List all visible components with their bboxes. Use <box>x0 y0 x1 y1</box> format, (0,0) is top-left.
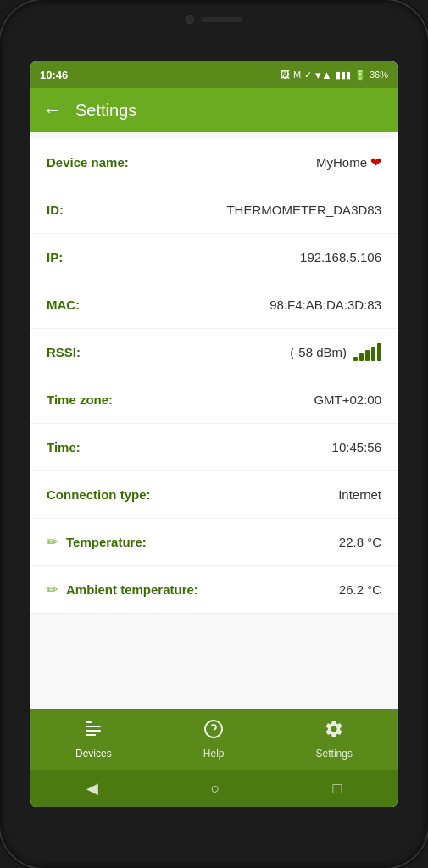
value-device-name: MyHome ❤ <box>316 154 381 170</box>
settings-content: Device name: MyHome ❤ ID: THERMOMETER_DA… <box>30 132 398 709</box>
row-mac: MAC: 98:F4:AB:DA:3D:83 <box>30 281 398 329</box>
signal-bar-1 <box>353 357 358 361</box>
value-id: THERMOMETER_DA3D83 <box>226 203 381 217</box>
phone-top-decoration <box>186 15 243 24</box>
row-ip: IP: 192.168.5.106 <box>30 234 398 281</box>
row-timezone: Time zone: GMT+02:00 <box>30 376 398 424</box>
value-ambient-temperature: 26.2 °C <box>339 582 381 597</box>
back-button[interactable]: ← <box>43 99 62 121</box>
ambient-label-container: ✏ Ambient temperature: <box>47 581 198 598</box>
phone-device: 10:46 🖼 M ✓ ▾▲ ▮▮▮ 🔋 36% ← Settings Devi… <box>0 0 428 868</box>
signal-bar-3 <box>365 350 370 361</box>
heart-icon: ❤ <box>370 154 381 170</box>
row-temperature[interactable]: ✏ Temperature: 22.8 °C <box>30 519 398 566</box>
label-rssi: RSSI: <box>47 345 81 359</box>
temperature-label-container: ✏ Temperature: <box>47 534 147 550</box>
settings-nav-label: Settings <box>316 748 353 760</box>
label-mac: MAC: <box>47 298 80 312</box>
signal-bars <box>353 343 381 361</box>
signal-bar-4 <box>371 347 375 361</box>
notification-icon-1: 🖼 <box>280 69 290 81</box>
pencil-icon-temperature: ✏ <box>47 534 58 550</box>
app-header: ← Settings <box>30 88 398 132</box>
status-bar: 10:46 🖼 M ✓ ▾▲ ▮▮▮ 🔋 36% <box>30 61 398 88</box>
value-mac: 98:F4:AB:DA:3D:83 <box>270 298 381 312</box>
sys-home-button[interactable]: ○ <box>204 773 227 804</box>
value-ip: 192.168.5.106 <box>300 250 381 264</box>
status-time: 10:46 <box>40 69 68 81</box>
help-nav-label: Help <box>203 748 225 760</box>
signal-bar-5 <box>377 343 381 361</box>
svg-rect-0 <box>86 721 92 723</box>
value-temperature: 22.8 °C <box>339 535 381 549</box>
svg-rect-3 <box>86 734 96 736</box>
svg-rect-1 <box>86 726 101 727</box>
battery-percent: 36% <box>370 70 388 80</box>
sys-back-button[interactable]: ◀ <box>80 772 105 804</box>
system-navigation: ◀ ○ □ <box>30 770 398 807</box>
row-connection-type: Connection type: Internet <box>30 471 398 519</box>
help-icon <box>203 719 224 744</box>
label-temperature: Temperature: <box>66 535 147 549</box>
front-camera <box>186 15 194 24</box>
pencil-icon-ambient: ✏ <box>47 581 58 598</box>
value-connection-type: Internet <box>338 487 381 502</box>
status-icons: 🖼 M ✓ ▾▲ ▮▮▮ 🔋 36% <box>280 69 388 81</box>
label-id: ID: <box>47 203 64 217</box>
row-device-name: Device name: MyHome ❤ <box>30 139 398 186</box>
phone-screen: 10:46 🖼 M ✓ ▾▲ ▮▮▮ 🔋 36% ← Settings Devi… <box>30 61 398 807</box>
devices-icon <box>83 719 103 744</box>
label-timezone: Time zone: <box>47 392 113 407</box>
nav-item-devices[interactable]: Devices <box>58 712 129 766</box>
row-ambient-temperature[interactable]: ✏ Ambient temperature: 26.2 °C <box>30 566 398 614</box>
bottom-navigation: Devices Help Settings <box>30 709 398 770</box>
sys-recent-button[interactable]: □ <box>326 773 349 804</box>
label-device-name: Device name: <box>47 155 129 170</box>
battery-icon: 🔋 <box>354 70 366 81</box>
row-rssi: RSSI: (-58 dBm) <box>30 329 398 376</box>
svg-rect-2 <box>86 730 101 732</box>
settings-icon <box>324 719 344 744</box>
nav-item-help[interactable]: Help <box>186 712 242 766</box>
label-time: Time: <box>47 440 81 454</box>
value-time: 10:45:56 <box>332 440 381 454</box>
page-title: Settings <box>75 101 136 120</box>
signal-bar-2 <box>359 353 364 361</box>
row-id: ID: THERMOMETER_DA3D83 <box>30 186 398 234</box>
label-connection-type: Connection type: <box>47 487 151 502</box>
nav-item-settings[interactable]: Settings <box>299 712 370 766</box>
row-time: Time: 10:45:56 <box>30 424 398 471</box>
wifi-icon: ▾▲ <box>315 69 332 81</box>
notification-icon-3: ✓ <box>304 70 312 81</box>
label-ip: IP: <box>47 250 63 264</box>
value-rssi: (-58 dBm) <box>290 343 381 361</box>
label-ambient-temperature: Ambient temperature: <box>66 582 198 597</box>
earpiece-speaker <box>201 17 243 22</box>
notification-icon-2: M <box>293 70 301 80</box>
value-timezone: GMT+02:00 <box>314 392 381 407</box>
signal-icon: ▮▮▮ <box>336 70 351 81</box>
devices-nav-label: Devices <box>75 748 112 760</box>
